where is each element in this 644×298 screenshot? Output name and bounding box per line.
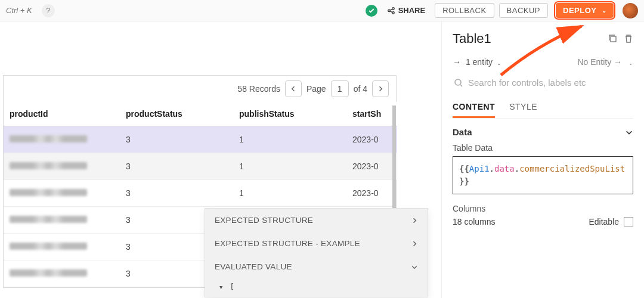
columns-label: Columns [453,204,633,213]
eval-value-preview: [ [230,282,234,291]
cell-startSh: 2023-0 [346,153,397,180]
tab-style[interactable]: STYLE [509,97,537,118]
arrow-right-icon: → [453,57,461,67]
columns-count: 18 columns [453,217,496,226]
cell-publishStatus: 1 [233,180,346,207]
table-data-input[interactable]: {{Api1.data.commercializedSpuList}} [453,156,633,194]
cell-productStatus: 3 [120,153,233,180]
prev-page-button[interactable] [285,80,302,97]
editable-toggle[interactable]: Editable [589,217,633,226]
deploy-label: DEPLOY [563,6,596,15]
popover-item-expected-structure[interactable]: EXPECTED STRUCTURE [205,209,428,232]
page-label: Page [306,84,326,94]
table-row[interactable]: 312023-0 [4,153,397,180]
cell-productStatus: 3 [120,126,233,153]
chevron-right-icon [377,85,384,92]
cell-productId [4,207,120,234]
cell-productId [4,260,120,287]
share-button[interactable]: SHARE [382,4,431,17]
chevron-down-icon [625,128,633,136]
chevron-down-icon: ⌄ [497,60,501,66]
rollback-button[interactable]: ROLLBACK [435,3,494,18]
search-input[interactable]: Search for controls, labels etc [453,74,633,91]
triangle-down-icon[interactable]: ▼ [219,284,222,290]
svg-point-0 [388,10,390,12]
cell-productStatus: 3 [120,180,233,207]
entity-bound[interactable]: → 1 entity ⌄ [453,57,501,67]
table-row[interactable]: 312023-0 [4,126,397,153]
delete-icon[interactable] [624,34,633,44]
cell-publishStatus: 1 [233,153,346,180]
eval-popover: EXPECTED STRUCTURE EXPECTED STRUCTURE - … [205,208,428,297]
panel-title[interactable]: Table1 [453,31,491,46]
cell-productId [4,126,120,153]
pager: 58 Records Page 1 of 4 [4,76,396,102]
svg-point-2 [392,11,394,14]
property-panel: Table1 → 1 entity ⌄ No Entity → ⌄ [441,21,644,298]
chevron-right-icon [411,240,418,247]
share-icon [387,7,395,15]
cell-publishStatus: 1 [233,126,346,153]
shortcut-hint: Ctrl + K [6,6,32,15]
cell-productId [4,180,120,207]
avatar[interactable] [623,3,638,18]
popover-item-expected-example[interactable]: EXPECTED STRUCTURE - EXAMPLE [205,232,428,255]
cell-productId [4,234,120,260]
checkbox-icon[interactable] [624,217,633,226]
col-productId[interactable]: productId [4,102,120,126]
table-header-row: productId productStatus publishStatus st… [4,102,397,126]
section-data-label: Data [453,127,472,137]
section-data-header[interactable]: Data [453,127,633,137]
col-startSh[interactable]: startSh [346,102,397,126]
chevron-right-icon [411,217,418,224]
svg-point-4 [455,79,461,85]
canvas: 58 Records Page 1 of 4 productId product… [0,21,441,298]
arrow-right-icon: → [614,57,622,67]
deploy-button[interactable]: DEPLOY ⌄ [556,3,614,18]
help-icon[interactable]: ? [42,4,55,17]
evaluated-value-body: ▼ [ [205,278,428,297]
copy-icon[interactable] [608,34,618,44]
chevron-left-icon [290,85,297,92]
popover-item-evaluated-value[interactable]: EVALUATED VALUE [205,255,428,278]
editable-label: Editable [589,217,619,226]
popover-label: EXPECTED STRUCTURE [215,216,313,225]
status-ok-icon [366,5,377,17]
topbar-left: Ctrl + K ? [6,4,55,17]
table-row[interactable]: 312023-0 [4,180,397,207]
popover-label: EVALUATED VALUE [215,262,292,271]
next-page-button[interactable] [372,80,389,97]
of-label: of 4 [354,84,367,94]
table-data-label: Table Data [453,143,633,153]
popover-label: EXPECTED STRUCTURE - EXAMPLE [215,239,360,248]
chevron-down-icon: ⌄ [628,60,633,66]
cell-productId [4,153,120,180]
svg-point-1 [392,7,394,10]
entity-none[interactable]: No Entity → ⌄ [577,57,633,67]
search-icon [454,78,463,88]
chevron-down-icon [411,263,418,271]
cell-startSh: 2023-0 [346,126,397,153]
col-productStatus[interactable]: productStatus [120,102,233,126]
share-label: SHARE [398,6,426,15]
svg-rect-3 [611,36,616,42]
cell-startSh: 2023-0 [346,180,397,207]
chevron-down-icon: ⌄ [602,7,607,14]
current-page[interactable]: 1 [331,80,349,97]
tab-content[interactable]: CONTENT [453,97,495,118]
search-placeholder: Search for controls, labels etc [468,77,586,88]
records-label: 58 Records [237,84,280,94]
topbar: Ctrl + K ? SHARE ROLLBACK BACKUP DEPLOY … [0,0,644,21]
col-publishStatus[interactable]: publishStatus [233,102,346,126]
backup-button[interactable]: BACKUP [499,3,548,18]
deploy-highlight: DEPLOY ⌄ [554,1,615,20]
